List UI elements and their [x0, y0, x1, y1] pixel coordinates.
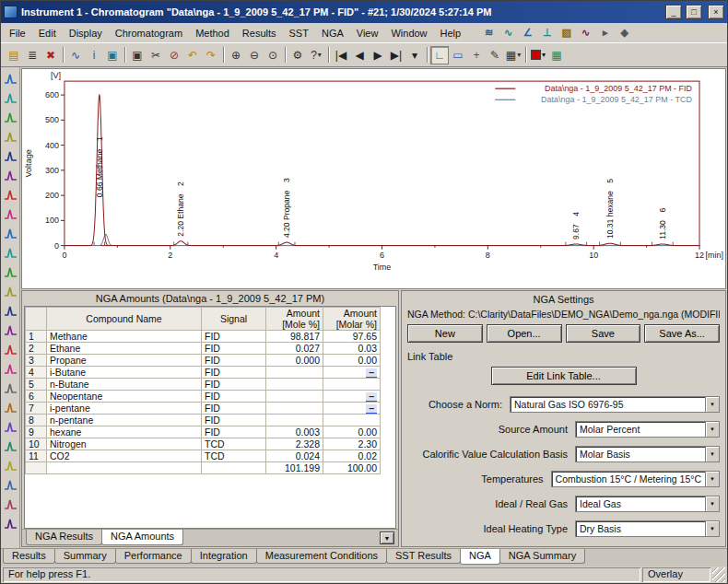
table-cell[interactable]: 2.328: [266, 438, 323, 450]
move-icon[interactable]: +: [467, 46, 486, 64]
signal-icon-21[interactable]: [2, 456, 18, 475]
tab-measurement-conditions[interactable]: Measurement Conditions: [256, 549, 387, 564]
signal-icon-13[interactable]: [2, 301, 18, 321]
open-button[interactable]: Open...: [487, 324, 562, 343]
events-icon[interactable]: ▸: [596, 25, 614, 41]
menu-results[interactable]: Results: [236, 25, 283, 41]
table-row[interactable]: 10NitrogenTCD2.3282.30: [26, 438, 381, 450]
first-chromatogram-icon[interactable]: |◀: [332, 46, 350, 64]
chevron-down-icon[interactable]: ▾: [542, 51, 546, 59]
table-cell[interactable]: 0.00: [323, 355, 381, 367]
table-cell[interactable]: 2.30: [323, 438, 381, 450]
grid-icon[interactable]: ▦▾: [504, 46, 523, 64]
table-row[interactable]: 2EthaneFID0.0270.03: [26, 343, 381, 355]
tab-integration[interactable]: Integration: [191, 549, 257, 564]
export-icon[interactable]: ▣: [103, 46, 122, 64]
signal-icon-11[interactable]: [2, 263, 18, 282]
gradient-icon[interactable]: ▨: [558, 25, 575, 41]
signal-icon-24[interactable]: [2, 514, 18, 533]
table-cell[interactable]: 5: [26, 379, 47, 391]
table-cell[interactable]: 8: [26, 415, 47, 426]
table-cell[interactable]: [266, 415, 323, 426]
undo-icon[interactable]: ↶: [183, 46, 202, 64]
table-cell[interactable]: 0.000: [266, 355, 323, 367]
col-compound-name[interactable]: Compound Name: [47, 308, 202, 331]
table-cell[interactable]: [323, 379, 381, 391]
table-cell[interactable]: n-pentane: [47, 415, 202, 426]
amounts-table[interactable]: Compound Name Signal Amount [Mole %] Amo…: [25, 307, 381, 474]
table-cell[interactable]: 6: [26, 391, 47, 403]
last-chromatogram-icon[interactable]: ▶|: [387, 46, 405, 64]
signal-icon-4[interactable]: [2, 127, 18, 146]
cut-icon[interactable]: ✂: [147, 46, 165, 64]
chevron-down-icon[interactable]: ▼: [705, 397, 719, 412]
table-cell[interactable]: FID: [202, 379, 266, 391]
temperatures-select[interactable]: Combustion 15°C / Metering 15°C▼: [551, 471, 720, 487]
chevron-down-icon[interactable]: ▼: [705, 472, 719, 486]
ideal-heating-type-select[interactable]: Dry Basis▼: [575, 520, 720, 537]
signal-icon-18[interactable]: [2, 398, 18, 417]
signal-icon-23[interactable]: [2, 495, 18, 514]
table-cell[interactable]: –: [323, 391, 381, 403]
table-row[interactable]: 11CO2TCD0.0240.02: [26, 450, 381, 462]
col-amount-mole[interactable]: Amount [Mole %]: [266, 308, 323, 331]
signal-icon-20[interactable]: [2, 437, 18, 456]
table-cell[interactable]: 11: [26, 450, 47, 462]
table-cell[interactable]: 0.03: [323, 343, 381, 355]
table-cell[interactable]: TCD: [202, 438, 266, 450]
tab-nga[interactable]: NGA: [460, 549, 500, 565]
chromatogram-info-icon[interactable]: i: [85, 46, 103, 64]
table-cell[interactable]: [266, 367, 323, 379]
annotate-icon[interactable]: ✎: [486, 46, 504, 64]
table-cell[interactable]: 0.02: [323, 450, 381, 462]
trace-color-icon[interactable]: ▾: [529, 46, 547, 64]
table-cell[interactable]: FID: [202, 415, 266, 426]
table-cell[interactable]: –: [323, 403, 381, 415]
table-cell[interactable]: i-pentane: [47, 403, 202, 415]
tab-sst-results[interactable]: SST Results: [386, 549, 461, 564]
menu-chromatogram[interactable]: Chromatogram: [109, 25, 189, 41]
save-button[interactable]: Save: [566, 324, 641, 343]
table-tabs-more-button[interactable]: ▼: [380, 531, 394, 544]
signal-icon-6[interactable]: [2, 166, 18, 185]
signal-icon-22[interactable]: [2, 475, 18, 495]
help-tooltip-icon[interactable]: ?▾: [307, 46, 325, 64]
signal-icon-16[interactable]: [2, 359, 18, 379]
tab-performance[interactable]: Performance: [115, 549, 192, 564]
chromatogram-panel[interactable]: 0100200300400500600024681012[V]VoltageTi…: [21, 68, 726, 289]
axes-ranges-icon[interactable]: ∟: [430, 46, 449, 64]
table-cell[interactable]: 4: [26, 367, 47, 379]
table-row[interactable]: 1MethaneFID98.81797.65: [26, 331, 381, 343]
unzoom-icon[interactable]: ⊙: [264, 46, 282, 64]
table-cell[interactable]: Neopentane: [47, 391, 202, 403]
3d-view-icon[interactable]: ◈: [616, 25, 633, 41]
menu-view[interactable]: View: [350, 25, 385, 41]
table-cell[interactable]: [266, 403, 323, 415]
result-tables-icon[interactable]: ▦: [547, 46, 566, 64]
table-cell[interactable]: 7: [26, 403, 47, 415]
separate-signals-icon[interactable]: ∿: [499, 25, 517, 41]
ideal-real-gas-select[interactable]: Ideal Gas▼: [575, 496, 720, 512]
table-cell[interactable]: 3: [26, 355, 47, 367]
table-cell[interactable]: 98.817: [266, 331, 323, 343]
signal-icon-10[interactable]: [2, 243, 18, 263]
table-cell[interactable]: 97.65: [323, 331, 381, 343]
edit-link-table-button[interactable]: Edit Link Table...: [491, 367, 637, 385]
signal-icon-5[interactable]: [2, 146, 18, 166]
tab-nga-results[interactable]: NGA Results: [26, 530, 102, 545]
chevron-down-icon[interactable]: ▼: [705, 496, 719, 511]
table-cell[interactable]: Nitrogen: [47, 438, 202, 450]
close-button[interactable]: ×: [708, 5, 724, 19]
signal-axis-icon[interactable]: ⊥: [538, 25, 556, 41]
signal-icon-7[interactable]: [2, 185, 18, 204]
table-cell[interactable]: 0.003: [266, 426, 323, 438]
table-cell[interactable]: FID: [202, 355, 266, 367]
table-cell[interactable]: 10: [26, 438, 47, 450]
signal-icon-17[interactable]: [2, 379, 18, 398]
menu-display[interactable]: Display: [63, 25, 109, 41]
new-button[interactable]: New: [407, 324, 483, 343]
table-cell[interactable]: Methane: [47, 331, 202, 343]
signal-icon-9[interactable]: [2, 224, 18, 243]
menu-nga[interactable]: NGA: [315, 25, 350, 41]
tab-nga-amounts[interactable]: NGA Amounts: [101, 530, 183, 545]
